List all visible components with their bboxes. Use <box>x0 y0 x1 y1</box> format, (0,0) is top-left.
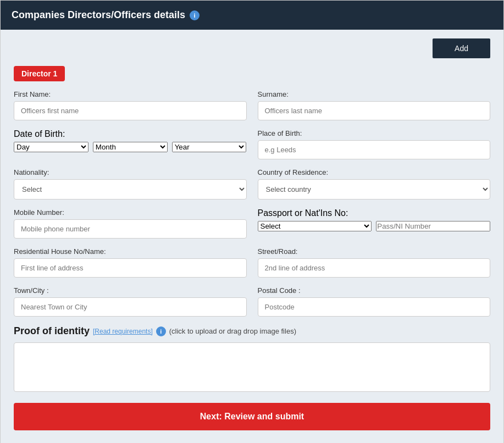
director-form: First Name: Surname: Date of Birth: Day … <box>14 90 490 317</box>
dob-year-select[interactable]: Year 20052000 19951990 19851980 19751970 <box>172 142 247 152</box>
passport-number-input[interactable] <box>376 221 490 231</box>
read-requirements-link[interactable]: [Read requirements] <box>93 328 153 335</box>
town-group: Town/City : <box>14 286 247 317</box>
postal-group: Postal Code : <box>258 286 491 317</box>
submit-button[interactable]: Next: Review and submit <box>14 403 490 430</box>
country-residence-label: Country of Residence: <box>258 168 491 176</box>
proof-hint: (click to upload or drag drop image file… <box>169 327 296 335</box>
mobile-input[interactable] <box>14 219 247 239</box>
town-input[interactable] <box>14 297 247 317</box>
dob-group: Date of Birth: Day 123 456 789 101112 13… <box>14 129 247 159</box>
dob-month-select[interactable]: Month JanuaryFebruary MarchApril MayJune… <box>93 142 168 152</box>
nationality-group: Nationality: Select British American Fre… <box>14 168 247 200</box>
pob-label: Place of Birth: <box>258 129 491 137</box>
street-group: Street/Road: <box>258 247 491 278</box>
dob-label: Date of Birth: <box>14 129 247 139</box>
upload-area[interactable] <box>14 342 490 392</box>
card-body: Add Director 1 First Name: Surname: Date… <box>1 30 503 443</box>
postal-label: Postal Code : <box>258 286 491 295</box>
card-header: Companies Directors/Officers details i <box>1 1 503 30</box>
director-badge: Director 1 <box>14 66 65 81</box>
proof-section: Proof of identity [Read requirements] i … <box>14 325 490 392</box>
passport-label: Passport or Nat'Ins No: <box>258 208 491 218</box>
passport-group: Passport or Nat'Ins No: Select Passport … <box>258 208 491 239</box>
proof-info-icon[interactable]: i <box>156 326 166 336</box>
dob-pob-row: Date of Birth: Day 123 456 789 101112 13… <box>14 129 490 159</box>
surname-group: Surname: <box>258 90 491 120</box>
first-name-input[interactable] <box>14 101 247 120</box>
pob-group: Place of Birth: <box>258 129 491 159</box>
page-title: Companies Directors/Officers details <box>12 9 185 21</box>
proof-title-row: Proof of identity [Read requirements] i … <box>14 325 490 337</box>
mobile-group: Mobile Number: <box>14 208 247 239</box>
address-row: Residential House No/Name: Street/Road: <box>14 247 490 278</box>
add-btn-row: Add <box>14 38 490 58</box>
header-info-icon[interactable]: i <box>190 10 200 20</box>
pob-input[interactable] <box>258 140 491 159</box>
dob-selects: Day 123 456 789 101112 131415 161718 192… <box>14 142 247 152</box>
house-group: Residential House No/Name: <box>14 247 247 278</box>
add-button[interactable]: Add <box>433 38 490 58</box>
name-row: First Name: Surname: <box>14 90 490 120</box>
mobile-label: Mobile Number: <box>14 208 247 217</box>
passport-type-select[interactable]: Select Passport National Insurance <box>258 221 372 231</box>
surname-input[interactable] <box>258 101 491 120</box>
nationality-country-row: Nationality: Select British American Fre… <box>14 168 490 200</box>
first-name-label: First Name: <box>14 90 247 98</box>
main-card: Companies Directors/Officers details i A… <box>0 0 504 443</box>
country-residence-select[interactable]: Select country United Kingdom United Sta… <box>258 179 491 200</box>
first-name-group: First Name: <box>14 90 247 120</box>
passport-inputs: Select Passport National Insurance <box>258 221 491 231</box>
surname-label: Surname: <box>258 90 491 98</box>
nationality-label: Nationality: <box>14 168 247 176</box>
mobile-passport-row: Mobile Number: Passport or Nat'Ins No: S… <box>14 208 490 239</box>
street-input[interactable] <box>258 258 491 278</box>
country-residence-group: Country of Residence: Select country Uni… <box>258 168 491 200</box>
nationality-select[interactable]: Select British American French German <box>14 179 247 200</box>
town-postal-row: Town/City : Postal Code : <box>14 286 490 317</box>
house-input[interactable] <box>14 258 247 278</box>
proof-title-text: Proof of identity <box>14 325 90 337</box>
town-label: Town/City : <box>14 286 247 295</box>
street-label: Street/Road: <box>258 247 491 256</box>
postal-input[interactable] <box>258 297 491 317</box>
dob-day-select[interactable]: Day 123 456 789 101112 131415 161718 192… <box>14 142 88 152</box>
house-label: Residential House No/Name: <box>14 247 247 256</box>
